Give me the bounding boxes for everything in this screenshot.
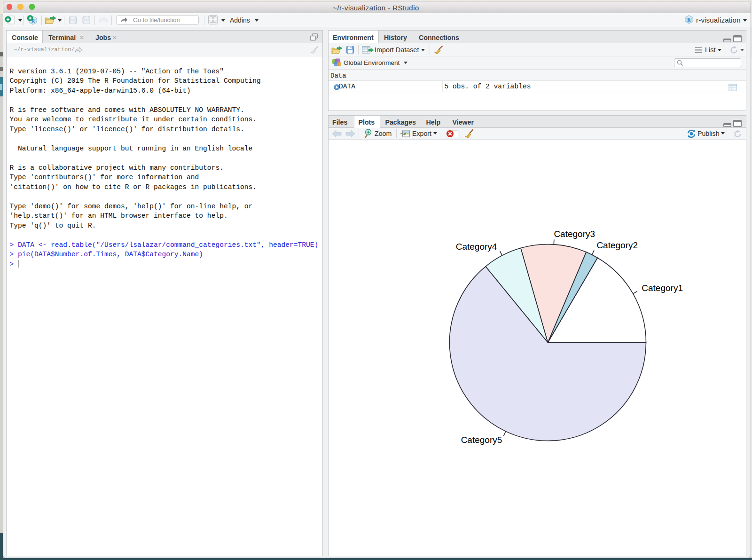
- svg-text:Category2: Category2: [596, 240, 638, 250]
- svg-text:Category5: Category5: [461, 435, 502, 445]
- svg-text:R: R: [688, 18, 691, 23]
- svg-text:Category3: Category3: [554, 229, 595, 239]
- svg-text:Category1: Category1: [642, 283, 683, 293]
- svg-text:Category4: Category4: [456, 242, 497, 252]
